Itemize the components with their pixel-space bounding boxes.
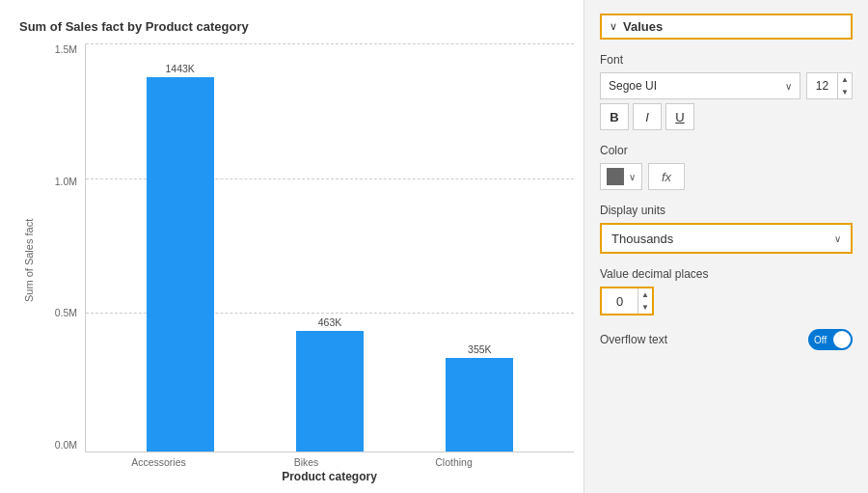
decimal-places-group: Value decimal places 0 ▲ ▼	[600, 267, 853, 315]
font-size-value: 12	[807, 79, 837, 93]
overflow-toggle[interactable]: Off	[808, 329, 853, 350]
chart-area: Sum of Sales fact by Product category Su…	[0, 0, 583, 493]
font-group: Font Segoe UI ∨ 12 ▲ ▼ B I U	[600, 53, 853, 130]
toggle-text: Off	[814, 335, 827, 345]
values-section-header[interactable]: ∨ Values	[600, 14, 853, 40]
chart-plot: 1.5M 1.0M 0.5M 0.0M 1443K	[39, 43, 574, 452]
overflow-row: Overflow text Off	[600, 329, 853, 350]
bold-button[interactable]: B	[600, 103, 629, 130]
font-family-chevron-icon: ∨	[785, 81, 792, 92]
x-axis-labels: Accessories Bikes Clothing	[39, 452, 574, 468]
display-units-chevron-icon: ∨	[834, 233, 841, 244]
bar-wrapper-clothing: 355K	[446, 343, 513, 452]
values-chevron-icon: ∨	[610, 20, 617, 33]
italic-button[interactable]: I	[633, 103, 662, 130]
y-axis-label-container: Sum of Sales fact	[19, 43, 39, 483]
font-row: Segoe UI ∨ 12 ▲ ▼	[600, 72, 853, 99]
display-units-label: Display units	[600, 204, 853, 217]
fx-button[interactable]: fx	[648, 163, 685, 190]
bars-group: 1443K 463K 355K	[86, 43, 574, 452]
color-row: ∨ fx	[600, 163, 853, 190]
bar-accessories	[147, 77, 214, 452]
color-swatch	[607, 168, 624, 185]
decimal-down[interactable]: ▼	[638, 301, 652, 314]
underline-icon: U	[675, 110, 684, 124]
font-size-spinner: ▲ ▼	[837, 73, 852, 98]
font-label: Font	[600, 53, 853, 67]
italic-icon: I	[645, 110, 649, 124]
decimal-value: 0	[602, 294, 637, 309]
format-row: B I U	[600, 103, 853, 130]
overflow-label: Overflow text	[600, 333, 667, 346]
chart-container: Sum of Sales fact 1.5M 1.0M 0.5M 0.0M	[19, 43, 574, 483]
decimal-box: 0 ▲ ▼	[600, 287, 654, 315]
y-tick-1: 1.5M	[55, 43, 77, 55]
color-picker[interactable]: ∨	[600, 163, 642, 190]
font-size-box: 12 ▲ ▼	[806, 72, 853, 99]
decimal-up[interactable]: ▲	[638, 288, 652, 301]
font-family-select[interactable]: Segoe UI ∨	[600, 72, 800, 99]
toggle-knob	[833, 331, 851, 348]
bar-label-clothing: 355K	[468, 343, 492, 355]
bars-area: 1443K 463K 355K	[85, 43, 574, 452]
bar-wrapper-accessories: 1443K	[147, 63, 214, 452]
decimal-row: 0 ▲ ▼	[600, 287, 853, 315]
bar-wrapper-bikes: 463K	[296, 316, 364, 452]
decimal-places-label: Value decimal places	[600, 267, 853, 281]
bar-bikes	[296, 331, 364, 452]
y-axis-label: Sum of Sales fact	[23, 225, 35, 302]
color-group: Color ∨ fx	[600, 144, 853, 190]
underline-button[interactable]: U	[665, 103, 694, 130]
chart-inner: 1.5M 1.0M 0.5M 0.0M 1443K	[39, 43, 574, 483]
display-units-value: Thousands	[611, 232, 673, 246]
fx-icon: fx	[662, 170, 671, 184]
decimal-spinner: ▲ ▼	[637, 288, 652, 314]
bar-label-accessories: 1443K	[165, 63, 194, 74]
y-axis: 1.5M 1.0M 0.5M 0.0M	[39, 43, 85, 452]
y-tick-4: 0.0M	[55, 439, 77, 451]
values-header-text: Values	[623, 19, 663, 34]
display-units-select[interactable]: Thousands ∨	[600, 223, 853, 254]
bar-clothing	[446, 358, 513, 452]
x-axis-title: Product category	[39, 470, 574, 483]
font-size-down[interactable]: ▼	[838, 86, 852, 98]
bold-icon: B	[610, 110, 618, 124]
panel: ∨ Values Font Segoe UI ∨ 12 ▲ ▼ B I U Co	[583, 0, 868, 493]
y-tick-3: 0.5M	[55, 307, 77, 318]
bar-label-bikes: 463K	[318, 316, 342, 328]
x-tick-accessories: Accessories	[121, 456, 198, 468]
y-tick-2: 1.0M	[55, 176, 77, 187]
color-chevron-icon: ∨	[629, 172, 636, 182]
chart-title: Sum of Sales fact by Product category	[19, 19, 574, 34]
color-label: Color	[600, 144, 853, 157]
x-tick-bikes: Bikes	[268, 456, 345, 468]
display-units-group: Display units Thousands ∨	[600, 204, 853, 254]
x-tick-clothing: Clothing	[416, 456, 493, 468]
font-family-text: Segoe UI	[609, 79, 657, 93]
font-size-up[interactable]: ▲	[838, 73, 852, 86]
